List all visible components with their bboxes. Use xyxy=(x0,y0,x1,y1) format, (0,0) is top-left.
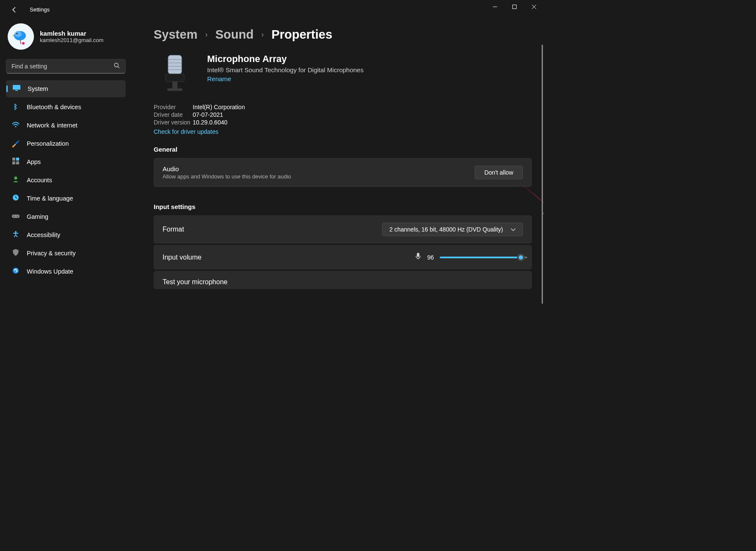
provider-label: Provider xyxy=(154,104,193,110)
nav-item-accessibility[interactable]: Accessibility xyxy=(6,226,126,243)
chevron-right-icon: › xyxy=(205,30,208,39)
nav-item-time-language[interactable]: Time & language xyxy=(6,190,126,207)
mic-small-icon xyxy=(415,252,421,262)
wifi-icon xyxy=(11,122,20,129)
format-select[interactable]: 2 channels, 16 bit, 48000 Hz (DVD Qualit… xyxy=(382,223,523,236)
format-value: 2 channels, 16 bit, 48000 Hz (DVD Qualit… xyxy=(389,226,503,233)
nav-label: Time & language xyxy=(27,195,73,202)
svg-point-17 xyxy=(14,177,17,180)
app-title: Settings xyxy=(30,6,50,13)
dont-allow-button[interactable]: Don't allow xyxy=(475,166,523,179)
slider-thumb[interactable] xyxy=(517,254,525,261)
volume-slider[interactable] xyxy=(440,257,523,258)
svg-rect-30 xyxy=(168,55,182,74)
svg-point-5 xyxy=(15,31,22,37)
svg-rect-13 xyxy=(12,158,15,161)
person-icon xyxy=(11,176,20,184)
search-box[interactable] xyxy=(6,59,126,73)
nav-item-system[interactable]: System xyxy=(6,80,126,97)
nav-item-bluetooth[interactable]: ᛒ Bluetooth & devices xyxy=(6,99,126,116)
breadcrumb: System › Sound › Properties xyxy=(154,28,532,42)
svg-rect-16 xyxy=(16,161,19,164)
nav-label: Gaming xyxy=(27,213,48,220)
apps-icon xyxy=(11,158,20,166)
update-icon xyxy=(11,267,20,276)
svg-rect-37 xyxy=(172,82,177,88)
nav-item-network[interactable]: Network & internet xyxy=(6,117,126,134)
nav-label: System xyxy=(28,85,48,92)
check-driver-updates-link[interactable]: Check for driver updates xyxy=(154,128,219,135)
volume-value: 96 xyxy=(427,254,434,261)
audio-title: Audio xyxy=(163,165,291,172)
audio-card: Audio Allow apps and Windows to use this… xyxy=(154,158,532,187)
shield-icon xyxy=(11,249,20,257)
profile-name: kamlesh kumar xyxy=(40,30,104,37)
nav-item-privacy[interactable]: Privacy & security xyxy=(6,245,126,262)
format-label: Format xyxy=(163,226,184,233)
test-mic-card: Test your microphone xyxy=(154,271,532,289)
svg-point-22 xyxy=(14,216,14,217)
brush-icon: 🖌️ xyxy=(11,140,20,148)
svg-rect-39 xyxy=(417,253,419,257)
svg-point-6 xyxy=(17,33,18,34)
svg-rect-38 xyxy=(167,88,183,91)
svg-point-8 xyxy=(115,63,118,67)
crumb-system[interactable]: System xyxy=(154,28,197,42)
input-volume-label: Input volume xyxy=(163,254,202,261)
svg-rect-11 xyxy=(15,90,18,91)
device-description: Intel® Smart Sound Technology for Digita… xyxy=(207,66,363,73)
svg-rect-1 xyxy=(513,5,517,9)
nav-label: Network & internet xyxy=(27,122,77,129)
svg-point-12 xyxy=(15,126,17,127)
profile-email: kamlesh2011@gmail.com xyxy=(40,37,104,43)
nav-item-apps[interactable]: Apps xyxy=(6,153,126,170)
svg-rect-21 xyxy=(12,215,20,218)
nav-label: Accessibility xyxy=(27,232,60,238)
microphone-icon xyxy=(154,54,196,96)
driver-date-label: Driver date xyxy=(154,111,193,118)
bluetooth-icon: ᛒ xyxy=(11,103,20,111)
minimize-button[interactable] xyxy=(485,0,505,14)
svg-rect-10 xyxy=(13,85,20,90)
svg-rect-15 xyxy=(12,161,15,164)
accessibility-icon xyxy=(11,231,20,239)
nav-item-gaming[interactable]: Gaming xyxy=(6,208,126,225)
gamepad-icon xyxy=(11,213,20,220)
driver-version-label: Driver version xyxy=(154,119,193,126)
nav-label: Apps xyxy=(27,158,41,165)
svg-point-7 xyxy=(22,42,25,45)
title-bar: Settings xyxy=(0,0,544,19)
back-button[interactable] xyxy=(8,4,20,16)
audio-subtitle: Allow apps and Windows to use this devic… xyxy=(163,173,291,180)
svg-rect-36 xyxy=(166,74,184,82)
search-input[interactable] xyxy=(11,63,114,70)
nav-label: Privacy & security xyxy=(27,250,76,257)
profile-block[interactable]: kamlesh kumar kamlesh2011@gmail.com xyxy=(6,23,126,50)
nav-item-windows-update[interactable]: Windows Update xyxy=(6,263,126,280)
svg-rect-14 xyxy=(16,158,19,161)
input-settings-title: Input settings xyxy=(154,203,532,210)
nav-item-accounts[interactable]: Accounts xyxy=(6,172,126,189)
close-button[interactable] xyxy=(524,0,544,14)
rename-link[interactable]: Rename xyxy=(207,75,231,82)
svg-point-24 xyxy=(15,231,17,233)
provider-value: Intel(R) Corporation xyxy=(193,104,245,110)
avatar xyxy=(8,23,34,50)
device-name: Microphone Array xyxy=(207,54,363,65)
device-header: Microphone Array Intel® Smart Sound Tech… xyxy=(154,54,532,96)
nav-label: Personalization xyxy=(27,140,69,147)
svg-line-9 xyxy=(118,67,120,68)
nav-label: Windows Update xyxy=(27,268,73,275)
driver-version-value: 10.29.0.6040 xyxy=(193,119,228,126)
crumb-properties: Properties xyxy=(271,28,332,42)
display-icon xyxy=(12,85,21,93)
crumb-sound[interactable]: Sound xyxy=(215,28,253,42)
scrollbar[interactable] xyxy=(542,45,543,304)
input-volume-card: Input volume 96 xyxy=(154,245,532,269)
driver-info: ProviderIntel(R) Corporation Driver date… xyxy=(154,104,532,136)
main-content: System › Sound › Properties xyxy=(132,19,544,396)
maximize-button[interactable] xyxy=(505,0,524,14)
clock-icon xyxy=(11,194,20,203)
nav-list: System ᛒ Bluetooth & devices Network & i… xyxy=(6,80,126,280)
nav-item-personalization[interactable]: 🖌️ Personalization xyxy=(6,135,126,152)
